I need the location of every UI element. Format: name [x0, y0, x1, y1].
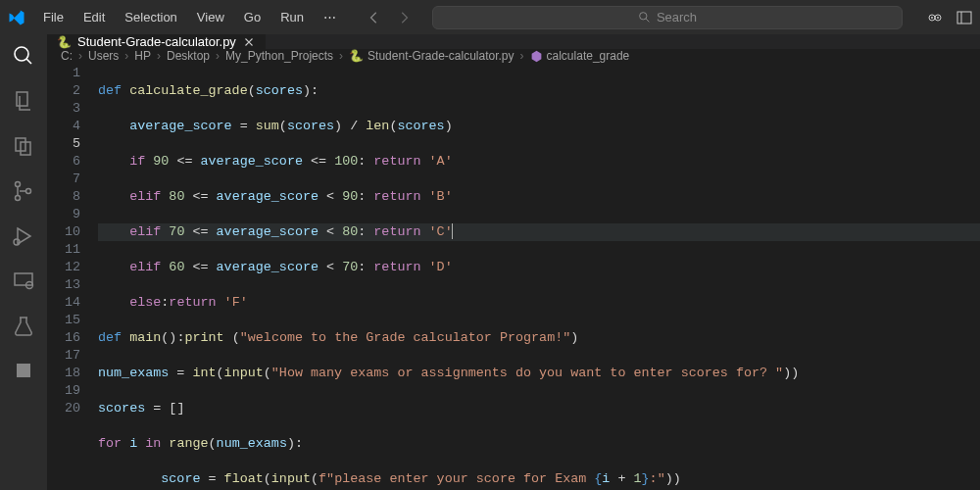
code-lines[interactable]: def calculate_grade(scores): average_sco…: [98, 65, 980, 490]
copy-icon[interactable]: [12, 134, 35, 158]
menu-go[interactable]: Go: [236, 6, 269, 28]
copilot-icon[interactable]: [927, 10, 943, 25]
svg-point-4: [937, 17, 939, 19]
tab-title: Student-Grade-calculator.py: [77, 34, 236, 49]
vscode-logo-icon: [8, 9, 25, 26]
bc-drive[interactable]: C:: [61, 49, 73, 63]
menu-selection[interactable]: Selection: [117, 6, 184, 28]
explorer-icon[interactable]: [12, 44, 35, 68]
stop-icon[interactable]: [17, 364, 30, 377]
svg-point-7: [15, 47, 28, 61]
svg-point-11: [16, 182, 21, 187]
svg-point-0: [640, 13, 647, 20]
testing-icon[interactable]: [12, 315, 35, 338]
svg-rect-8: [17, 92, 27, 106]
symbol-method-icon: [530, 50, 543, 63]
line-gutter: 1234 5678 9101112 13141516 17181920: [47, 65, 98, 490]
menu-file[interactable]: File: [35, 6, 72, 28]
menu-more-icon[interactable]: ⋯: [316, 6, 344, 28]
search-icon: [638, 11, 651, 24]
bc-seg[interactable]: Desktop: [167, 49, 210, 63]
bc-function[interactable]: calculate_grade: [547, 49, 630, 63]
tab-active[interactable]: 🐍 Student-Grade-calculator.py: [47, 34, 267, 49]
text-cursor: [452, 223, 453, 239]
bc-seg[interactable]: HP: [134, 49, 151, 63]
source-control-icon[interactable]: [12, 179, 35, 203]
activity-bar: [0, 34, 47, 490]
bc-file[interactable]: Student-Grade-calculator.py: [368, 49, 514, 63]
breadcrumb[interactable]: C:› Users› HP› Desktop› My_Python_Projec…: [47, 49, 980, 63]
menu-run[interactable]: Run: [272, 6, 312, 28]
nav-forward-icon[interactable]: [397, 11, 411, 24]
code-editor[interactable]: 1234 5678 9101112 13141516 17181920 def …: [47, 63, 980, 490]
menu-view[interactable]: View: [189, 6, 232, 28]
remote-icon[interactable]: [12, 270, 35, 293]
search-input[interactable]: Search: [432, 6, 903, 29]
nav-back-icon[interactable]: [368, 11, 381, 24]
menu-edit[interactable]: Edit: [75, 6, 113, 28]
bc-seg[interactable]: Users: [88, 49, 119, 63]
svg-rect-5: [957, 12, 971, 24]
svg-rect-15: [15, 273, 32, 285]
svg-point-14: [14, 239, 20, 245]
search-placeholder: Search: [657, 10, 697, 24]
svg-point-12: [16, 196, 21, 201]
python-file-icon: 🐍: [349, 49, 364, 63]
bc-seg[interactable]: My_Python_Projects: [225, 49, 333, 63]
svg-point-13: [26, 189, 31, 194]
files-icon[interactable]: [12, 89, 35, 113]
python-file-icon: 🐍: [57, 35, 72, 49]
close-icon[interactable]: [242, 35, 256, 49]
run-debug-icon[interactable]: [12, 224, 35, 248]
layout-icon[interactable]: [956, 10, 972, 25]
tab-bar: 🐍 Student-Grade-calculator.py: [47, 34, 980, 49]
svg-point-3: [931, 17, 933, 19]
